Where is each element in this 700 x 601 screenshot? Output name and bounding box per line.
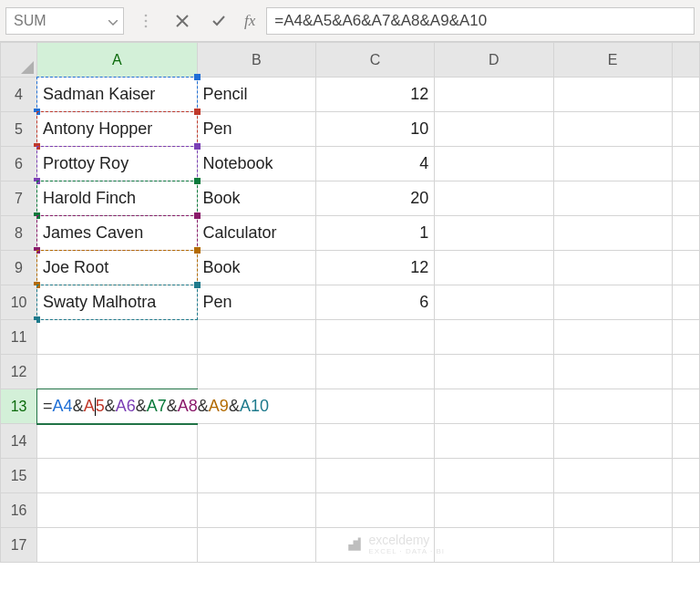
- cell-B12[interactable]: [197, 355, 315, 389]
- cell-E4[interactable]: [553, 78, 672, 112]
- cell-A13[interactable]: =A4&A5&A6&A7&A8&A9&A10: [37, 389, 197, 424]
- cell-E12[interactable]: [553, 355, 672, 389]
- col-header-b[interactable]: B: [197, 43, 315, 78]
- cell-D11[interactable]: [435, 320, 553, 355]
- cell-D10[interactable]: [435, 285, 553, 320]
- cell-A4[interactable]: Sadman Kaiser: [37, 78, 197, 112]
- cell-C6[interactable]: 4: [315, 147, 434, 181]
- row-header-5[interactable]: 5: [1, 112, 37, 147]
- row-header-10[interactable]: 10: [1, 285, 37, 320]
- cell-E5[interactable]: [553, 112, 672, 147]
- cell-F4[interactable]: [672, 78, 699, 112]
- cell-E13[interactable]: [553, 389, 672, 424]
- cell-A16[interactable]: [37, 493, 197, 528]
- cell-B11[interactable]: [197, 320, 315, 355]
- col-header-e[interactable]: E: [553, 43, 672, 78]
- cell-A9[interactable]: Joe Root: [37, 251, 197, 285]
- cell-D9[interactable]: [435, 251, 553, 285]
- cell-D6[interactable]: [435, 147, 553, 181]
- enter-button[interactable]: [204, 6, 233, 36]
- cell-C15[interactable]: [315, 459, 434, 493]
- cell-B15[interactable]: [197, 459, 315, 493]
- formula-input[interactable]: =A4&A5&A6&A7&A8&A9&A10: [266, 7, 695, 35]
- cell-B8[interactable]: Calculator: [197, 216, 315, 251]
- row-header-7[interactable]: 7: [1, 181, 37, 216]
- col-header-a[interactable]: A: [37, 43, 197, 78]
- cell-B6[interactable]: Notebook: [197, 147, 315, 181]
- cell-A14[interactable]: [37, 424, 197, 459]
- cell-B5[interactable]: Pen: [197, 112, 315, 147]
- cell-A12[interactable]: [37, 355, 197, 389]
- cell-A6[interactable]: Prottoy Roy: [37, 147, 197, 181]
- cell-F14[interactable]: [672, 424, 699, 459]
- cell-E7[interactable]: [553, 181, 672, 216]
- row-header-12[interactable]: 12: [1, 355, 37, 389]
- cell-C17[interactable]: [315, 528, 434, 563]
- cell-E15[interactable]: [553, 459, 672, 493]
- cell-B14[interactable]: [197, 424, 315, 459]
- cell-D7[interactable]: [435, 181, 553, 216]
- row-header-16[interactable]: 16: [1, 493, 37, 528]
- worksheet-grid[interactable]: A B C D E 4Sadman KaiserPencil125Antony …: [0, 42, 700, 601]
- cell-C7[interactable]: 20: [315, 181, 434, 216]
- cell-F5[interactable]: [672, 112, 699, 147]
- cell-E10[interactable]: [553, 285, 672, 320]
- cell-D4[interactable]: [435, 78, 553, 112]
- cell-C4[interactable]: 12: [315, 78, 434, 112]
- cell-F8[interactable]: [672, 216, 699, 251]
- fx-button[interactable]: fx: [241, 12, 259, 30]
- row-header-8[interactable]: 8: [1, 216, 37, 251]
- row-header-15[interactable]: 15: [1, 459, 37, 493]
- cell-E14[interactable]: [553, 424, 672, 459]
- cell-F9[interactable]: [672, 251, 699, 285]
- cell-E17[interactable]: [553, 528, 672, 563]
- cell-A7[interactable]: Harold Finch: [37, 181, 197, 216]
- row-header-14[interactable]: 14: [1, 424, 37, 459]
- cell-C10[interactable]: 6: [315, 285, 434, 320]
- cell-A5[interactable]: Antony Hopper: [37, 112, 197, 147]
- cell-E11[interactable]: [553, 320, 672, 355]
- cell-F6[interactable]: [672, 147, 699, 181]
- editing-formula[interactable]: =A4&A5&A6&A7&A8&A9&A10: [37, 389, 274, 423]
- row-header-6[interactable]: 6: [1, 147, 37, 181]
- cell-C9[interactable]: 12: [315, 251, 434, 285]
- cell-F12[interactable]: [672, 355, 699, 389]
- cell-C13[interactable]: [315, 389, 434, 424]
- cell-C14[interactable]: [315, 424, 434, 459]
- cell-C16[interactable]: [315, 493, 434, 528]
- col-header-c[interactable]: C: [315, 43, 434, 78]
- cell-D14[interactable]: [435, 424, 553, 459]
- cell-E6[interactable]: [553, 147, 672, 181]
- cell-C8[interactable]: 1: [315, 216, 434, 251]
- cell-D8[interactable]: [435, 216, 553, 251]
- row-header-13[interactable]: 13: [1, 389, 37, 424]
- cell-F13[interactable]: [672, 389, 699, 424]
- cell-B16[interactable]: [197, 493, 315, 528]
- cell-D17[interactable]: [435, 528, 553, 563]
- cell-F15[interactable]: [672, 459, 699, 493]
- cell-A17[interactable]: [37, 528, 197, 563]
- col-header-f[interactable]: [672, 43, 699, 78]
- cell-A8[interactable]: James Caven: [37, 216, 197, 251]
- cell-D15[interactable]: [435, 459, 553, 493]
- cell-A15[interactable]: [37, 459, 197, 493]
- cell-B4[interactable]: Pencil: [197, 78, 315, 112]
- cell-B10[interactable]: Pen: [197, 285, 315, 320]
- cell-F7[interactable]: [672, 181, 699, 216]
- cancel-button[interactable]: [168, 6, 197, 36]
- cell-C11[interactable]: [315, 320, 434, 355]
- cell-D16[interactable]: [435, 493, 553, 528]
- row-header-9[interactable]: 9: [1, 251, 37, 285]
- select-all-corner[interactable]: [1, 43, 37, 78]
- cell-D13[interactable]: [435, 389, 553, 424]
- cell-F17[interactable]: [672, 528, 699, 563]
- cell-E8[interactable]: [553, 216, 672, 251]
- row-header-11[interactable]: 11: [1, 320, 37, 355]
- cell-A10[interactable]: Swaty Malhotra: [37, 285, 197, 320]
- cell-A11[interactable]: [37, 320, 197, 355]
- cell-F11[interactable]: [672, 320, 699, 355]
- cell-D5[interactable]: [435, 112, 553, 147]
- cell-C12[interactable]: [315, 355, 434, 389]
- cell-F16[interactable]: [672, 493, 699, 528]
- cell-E9[interactable]: [553, 251, 672, 285]
